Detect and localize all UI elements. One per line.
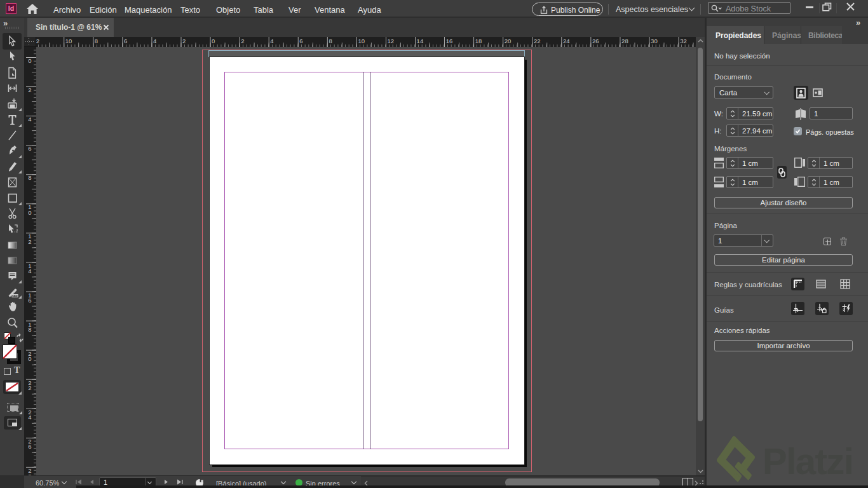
svg-text:Platzi: Platzi [763, 440, 853, 482]
